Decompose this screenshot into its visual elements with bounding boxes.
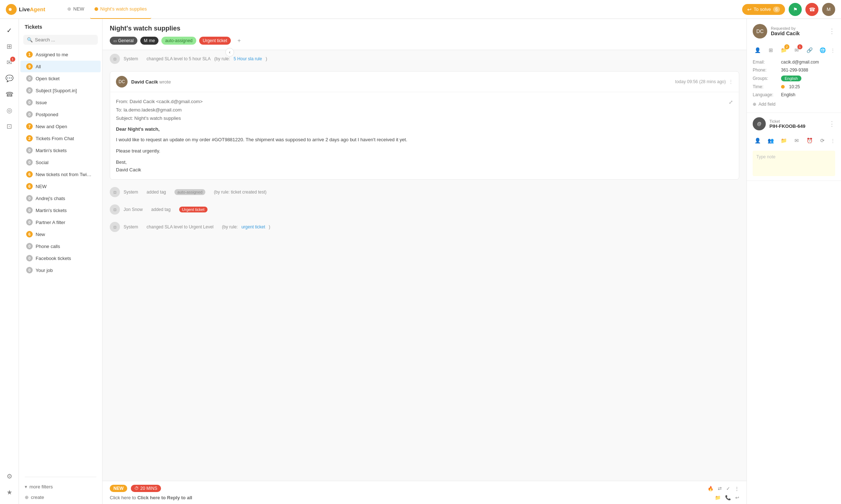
contact-globe-icon[interactable]: 🌐: [817, 45, 828, 55]
tag-auto-assigned[interactable]: auto-assigned: [161, 37, 196, 45]
sidebar-item-3[interactable]: 0 Subject [Support.in]: [20, 85, 101, 96]
ticket-files-icon[interactable]: 📁: [778, 135, 789, 146]
folder-icon[interactable]: 📁: [715, 495, 721, 500]
tag-me[interactable]: M me: [140, 37, 159, 45]
more-options-icon[interactable]: ⋮: [735, 486, 739, 491]
nav-dashboard[interactable]: ⊞: [2, 39, 17, 54]
contact-notes-icon[interactable]: 📁 2: [778, 45, 789, 55]
message-subject: Subject: Night's watch supplies: [116, 115, 733, 122]
phone-value: 361-299-9388: [781, 68, 808, 73]
icon-nav: ✓ ⊞ ✉ 💬 ☎ ◎ ⊡ ⚙ ★: [0, 19, 19, 504]
message-sender: DC David Cacik wrote: [116, 76, 171, 88]
system-rule-link-1[interactable]: 5 Hour sla rule: [234, 56, 262, 61]
search-box[interactable]: 🔍: [23, 35, 98, 45]
logo[interactable]: LiveAgent: [6, 4, 45, 15]
nav-favorites[interactable]: ★: [2, 485, 17, 500]
phone-button[interactable]: ☎: [805, 3, 818, 16]
sidebar-item-8[interactable]: 0 Martin's tickets: [20, 145, 101, 156]
sidebar-item-4[interactable]: 0 Issue: [20, 97, 101, 108]
reply-all-text[interactable]: Click here to Click here to Reply to all: [110, 495, 192, 500]
nav-reports[interactable]: ◎: [2, 103, 17, 118]
ticket-history-icon[interactable]: ⟳: [817, 135, 828, 146]
flag-button[interactable]: ⚑: [789, 3, 802, 16]
sidebar-item-0[interactable]: 1 Assigned to me: [20, 49, 101, 60]
contact-link-icon[interactable]: 🔗: [805, 45, 815, 55]
sidebar-item-11[interactable]: 6 NEW: [20, 180, 101, 192]
message-time: today 09:56 (28 mins ago) ⋮: [675, 79, 733, 84]
create-item[interactable]: ⊕ create: [23, 493, 98, 502]
solve-button[interactable]: ↩ To solve 6: [742, 4, 785, 15]
urgent-tag-badge: Urgent ticket: [179, 207, 208, 212]
tag-urgent-ticket[interactable]: Urgent ticket: [199, 37, 231, 45]
icons-more-icon[interactable]: ⋮: [830, 48, 835, 53]
sidebar-item-1[interactable]: 9 All: [20, 61, 101, 72]
ticket-team-icon[interactable]: 👥: [766, 135, 776, 146]
sidebar-item-18[interactable]: 0 Your job: [20, 264, 101, 276]
sidebar-item-13[interactable]: 0 Martin's tickets: [20, 204, 101, 216]
sidebar-label-10: New tickets not from Twi…: [36, 172, 95, 177]
ticket-icons-more[interactable]: ⋮: [830, 138, 835, 143]
groups-field-row: Groups: English: [753, 74, 835, 83]
message-more-icon[interactable]: ⋮: [729, 79, 733, 84]
sidebar-label-11: NEW: [36, 184, 95, 189]
sidebar-item-5[interactable]: 0 Postponed: [20, 109, 101, 120]
reply-all-link[interactable]: Click here to Reply to all: [137, 495, 192, 500]
call-icon[interactable]: 📞: [725, 495, 731, 500]
add-field-button[interactable]: ⊕ Add field: [753, 99, 835, 107]
nav-chat[interactable]: 💬: [2, 71, 17, 86]
search-input[interactable]: [35, 37, 94, 42]
fire-icon[interactable]: 🔥: [708, 486, 713, 491]
nav-company[interactable]: ⊡: [2, 119, 17, 134]
sidebar-item-15[interactable]: 6 New: [20, 228, 101, 240]
user-avatar-button[interactable]: M: [822, 3, 835, 16]
sidebar-item-7[interactable]: 2 Tickets From Chat: [20, 133, 101, 144]
message-body: ⤢ From: David Cacik <cacik.d@gmail.com> …: [110, 92, 739, 179]
sidebar-item-6[interactable]: 7 New and Open: [20, 121, 101, 132]
nav-calls[interactable]: ☎: [2, 87, 17, 102]
time-indicator: [781, 85, 785, 89]
collapse-sidebar-button[interactable]: ‹: [225, 48, 234, 57]
expand-icon[interactable]: ⤢: [729, 98, 733, 106]
sidebar-label-13: Martin's tickets: [36, 208, 95, 213]
reply-icon-2[interactable]: ↩: [735, 495, 739, 500]
more-filters-label: more filters: [29, 484, 53, 489]
ticket-section-header: @ Ticket PIH-FKOOB-649 ⋮: [753, 117, 835, 130]
sidebar-item-14[interactable]: 0 Partner A filter: [20, 216, 101, 228]
resolve-icon[interactable]: ✓: [726, 486, 730, 491]
sender-avatar: DC: [116, 76, 128, 88]
ticket-person-icon[interactable]: 👤: [753, 135, 763, 146]
sidebar-item-16[interactable]: 0 Phone calls: [20, 240, 101, 252]
flag-icon: ⚑: [793, 7, 798, 12]
sidebar-item-12[interactable]: 0 Andrej's chats: [20, 192, 101, 204]
sidebar-item-9[interactable]: 0 Social: [20, 157, 101, 168]
contact-merge-icon[interactable]: ⊞: [766, 45, 776, 55]
system-rule-link-4[interactable]: urgent ticket: [241, 224, 265, 229]
sidebar-item-10[interactable]: 6 New tickets not from Twi…: [20, 168, 101, 180]
nav-email[interactable]: ✉: [2, 55, 17, 70]
ticket-more-icon[interactable]: ⋮: [829, 120, 835, 128]
nav-settings[interactable]: ⚙: [2, 469, 17, 484]
transfer-icon[interactable]: ⇄: [718, 486, 722, 491]
contact-person-icon[interactable]: 👤: [753, 45, 763, 55]
message-greeting: Dear Night's watch,: [116, 126, 733, 133]
sidebar-list: 1 Assigned to me 9 All 0 Open ticket 0 S…: [19, 48, 102, 474]
add-tag-button[interactable]: +: [234, 36, 244, 45]
tag-general[interactable]: ▭ General: [110, 37, 137, 45]
system-icon-1: ⊡: [110, 54, 120, 64]
ticket-alarm-icon[interactable]: ⏰: [805, 135, 815, 146]
system-suffix-2: (by rule: ticket created test): [214, 190, 267, 195]
message-card: DC David Cacik wrote today 09:56 (28 min…: [110, 71, 739, 180]
tab-night-watch[interactable]: Night's watch supplies: [90, 0, 151, 19]
nav-tickets[interactable]: ✓: [2, 23, 17, 38]
more-filters-item[interactable]: ▾ more filters: [23, 482, 98, 491]
sidebar-item-17[interactable]: 0 Facebook tickets: [20, 252, 101, 264]
requester-more-icon[interactable]: ⋮: [829, 27, 835, 35]
note-textarea[interactable]: Type note: [753, 151, 835, 176]
tab-new[interactable]: ⊕ NEW: [63, 0, 89, 19]
ticket-email-icon2[interactable]: ✉: [792, 135, 802, 146]
reply-area[interactable]: Click here to Click here to Reply to all…: [110, 495, 739, 500]
system-action-text-1: changed SLA level to 5 hour SLA: [146, 56, 210, 61]
contact-email-icon[interactable]: ✉ 1: [792, 45, 802, 55]
sidebar-item-2[interactable]: 0 Open ticket: [20, 73, 101, 84]
team-icon: 👥: [768, 138, 774, 143]
